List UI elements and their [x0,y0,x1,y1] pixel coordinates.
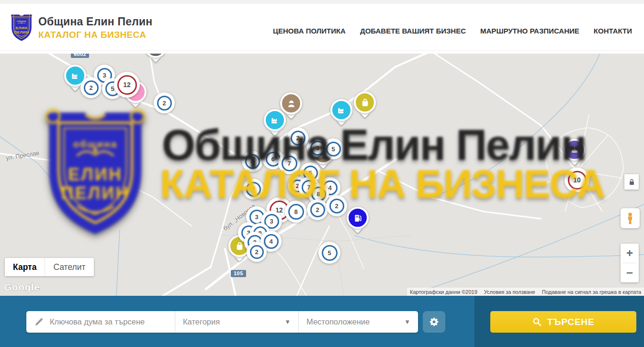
map-view-button[interactable]: Карта [5,258,45,276]
cluster-count: 2 [84,80,99,95]
map-attribution: Картографски данни ©2019 Условия за полз… [407,288,644,296]
cluster-count: 7 [282,156,297,171]
cluster-count: 5 [326,142,341,157]
advanced-settings-button[interactable] [423,311,445,333]
terms-link[interactable]: Условия за ползване [484,289,535,295]
nav-contacts[interactable]: КОНТАКТИ [594,27,632,35]
logo-text-line1: ЕЛИН [16,26,28,30]
location-select[interactable]: Местоположение ▼ [298,311,418,333]
none-icon [145,54,167,58]
chevron-down-icon: ▼ [404,318,410,325]
gear-icon [429,317,439,327]
cluster-marker[interactable]: 8 [285,201,307,223]
nav-add-business[interactable]: ДОБАВЕТЕ ВАШИЯТ БИЗНЕС [360,27,466,35]
cluster-marker[interactable]: 4 [242,151,263,172]
cluster-marker[interactable]: 2 [80,77,102,98]
chevron-down-icon: ▼ [284,318,291,325]
lock-icon [628,179,635,186]
top-strip [0,0,644,4]
header: община ЕЛИН ПЕЛИН Община Елин Пелин КАТА… [0,4,644,51]
site-subtitle: КАТАЛОГ НА БИЗНЕСА [38,30,152,40]
cluster-marker[interactable]: 5 [323,138,344,159]
logo-text-line2: ПЕЛИН [14,30,29,34]
report-error-link[interactable]: Подаване на сигнал за грешка в картата [542,289,641,295]
cluster-count: 2 [291,131,305,146]
search-fields-group: Категория ▼ Местоположение ▼ [26,311,418,333]
search-bar: Категория ▼ Местоположение ▼ ТЪРСЕНЕ [0,296,644,347]
keyword-input[interactable] [50,317,175,326]
logo-text-top: община [17,20,26,22]
map-copyright: Картографски данни ©2019 [410,289,477,295]
cluster-count: 2 [310,202,325,217]
cluster-marker[interactable]: 2 [243,179,264,200]
category-pin-factory[interactable] [330,99,352,121]
cluster-marker[interactable]: 2 [326,195,347,216]
cluster-count: 2 [329,199,344,213]
location-select-label: Местоположение [306,317,370,326]
keyword-field-wrap [26,311,175,333]
search-icon [532,317,542,326]
google-logo[interactable]: Google [4,281,40,293]
category-pin-fuel[interactable] [347,207,369,229]
cluster-marker[interactable]: 7 [278,152,300,174]
church-icon [564,139,586,161]
cluster-marker[interactable]: 12 [114,72,140,98]
zoom-in-button[interactable]: + [621,244,639,263]
category-pin-gray[interactable] [145,54,167,58]
main-nav: ЦЕНОВА ПОЛИТИКА ДОБАВЕТЕ ВАШИЯТ БИЗНЕС М… [273,4,632,50]
cluster-count: 2 [250,245,264,259]
pegman-icon [624,212,636,224]
cluster-count: 10 [568,171,587,190]
cluster-marker[interactable]: 2 [287,127,308,148]
factory-icon [330,99,352,121]
cluster-count: 12 [117,75,137,95]
factory-icon [264,109,286,131]
search-button[interactable]: ТЪРСЕНЕ [490,311,636,333]
cluster-count: 2 [157,96,172,111]
cluster-marker[interactable]: 5 [318,242,340,264]
zoom-out-button[interactable]: − [621,263,639,282]
lock-button[interactable] [624,174,639,190]
site-title: Община Елин Пелин [38,15,152,28]
cluster-count: 4 [264,234,279,249]
category-pin-factory[interactable] [264,109,286,131]
cluster-count: 8 [288,204,304,220]
category-pin-church[interactable] [564,139,586,161]
cluster-count: 5 [322,245,338,261]
map-type-switcher: Карта Сателит [5,258,94,276]
category-pin-bag[interactable] [354,91,376,113]
cluster-count: 2 [246,182,261,197]
search-button-label: ТЪРСЕНЕ [547,317,595,327]
marker-layer: 325122235467522748128223338342510 [0,54,644,296]
cluster-marker[interactable]: 2 [307,199,328,220]
cluster-count: 4 [245,154,260,169]
pencil-icon [34,317,44,326]
cluster-marker[interactable]: 2 [247,242,267,262]
map-canvas[interactable]: 6002 105 ул. Преслав бул. „Новосел 32512… [0,54,644,296]
site-logo: община ЕЛИН ПЕЛИН [10,12,34,43]
fuel-icon [347,207,369,229]
nav-pricing[interactable]: ЦЕНОВА ПОЛИТИКА [273,27,346,35]
nav-bus-schedule[interactable]: МАРШРУТНО РАЗПИСАНИЕ [480,27,579,35]
pegman-control[interactable] [621,208,640,228]
category-select[interactable]: Категория ▼ [175,311,298,333]
zoom-control: + − [621,244,639,282]
cluster-marker[interactable]: 10 [565,168,589,192]
brand[interactable]: община ЕЛИН ПЕЛИН Община Елин Пелин КАТА… [10,12,152,43]
satellite-view-button[interactable]: Сателит [45,258,93,276]
bag-icon [354,91,376,113]
cluster-marker[interactable]: 2 [154,92,175,113]
category-select-label: Категория [183,317,220,326]
